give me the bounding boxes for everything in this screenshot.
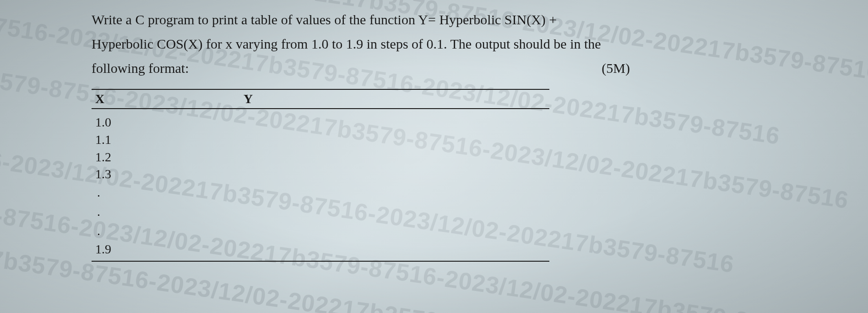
question-content: Write a C program to print a table of va…	[0, 0, 868, 271]
table-ellipsis: .	[95, 221, 549, 241]
table-header-x: X	[92, 92, 244, 106]
table-body: 1.0 1.1 1.2 1.3 . . . 1.9	[92, 109, 549, 262]
question-marks: (5M)	[602, 60, 630, 76]
table-row: 1.0	[95, 114, 549, 131]
table-row: 1.3	[95, 165, 549, 183]
table-row: 1.9	[95, 241, 549, 258]
table-header-y: Y	[244, 92, 253, 106]
table-ellipsis: .	[95, 183, 549, 202]
table-row: 1.2	[95, 148, 549, 166]
output-table: X Y 1.0 1.1 1.2 1.3 . . . 1.9	[92, 89, 549, 262]
table-ellipsis: .	[95, 202, 549, 221]
table-row: 1.1	[95, 131, 549, 148]
question-line-1: Write a C program to print a table of va…	[92, 9, 776, 30]
question-line-3: following format:	[92, 58, 189, 78]
table-header: X Y	[92, 89, 549, 109]
question-line-2: Hyperbolic COS(X) for x varying from 1.0…	[92, 33, 776, 54]
